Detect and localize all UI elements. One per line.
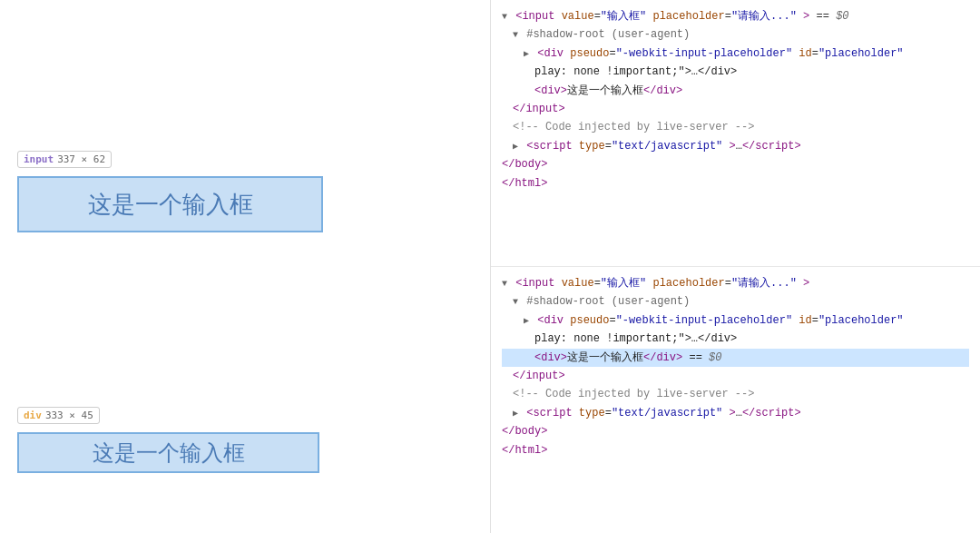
devtools-top-section: <input value="输入框" placeholder="请输入..." … bbox=[491, 0, 980, 267]
devtools-line: <!-- Code injected by live-server --> bbox=[502, 118, 969, 136]
input-box-text: 这是一个输入框 bbox=[88, 189, 253, 221]
devtools-line: </body> bbox=[502, 155, 969, 173]
div-tag-name: div bbox=[24, 410, 42, 421]
div-tag-badge: div 333 × 45 bbox=[17, 407, 100, 424]
devtools-line: </input> bbox=[502, 100, 969, 118]
div-element-box: 这是一个输入框 bbox=[17, 432, 319, 473]
devtools-line: </body> bbox=[502, 422, 969, 440]
devtools-line: <input value="输入框" placeholder="请输入..." … bbox=[502, 274, 969, 292]
devtools-line: play: none !important;">…</div> bbox=[502, 63, 969, 81]
devtools-line: <!-- Code injected by live-server --> bbox=[502, 385, 969, 403]
devtools-line: <script type="text/javascript" >…</scrip… bbox=[502, 137, 969, 155]
devtools-line: <script type="text/javascript" >…</scrip… bbox=[502, 404, 969, 422]
input-tag-badge: input 337 × 62 bbox=[17, 151, 112, 168]
devtools-line: <div>这是一个输入框</div> bbox=[502, 82, 969, 100]
input-element-box: 这是一个输入框 bbox=[17, 176, 323, 232]
devtools-panel: <input value="输入框" placeholder="请输入..." … bbox=[490, 0, 980, 533]
devtools-line: play: none !important;">…</div> bbox=[502, 330, 969, 348]
devtools-line: #shadow-root (user-agent) bbox=[502, 292, 969, 311]
div-box-text: 这是一个输入框 bbox=[93, 439, 245, 468]
devtools-line: #shadow-root (user-agent) bbox=[502, 25, 969, 44]
input-tag-size: 337 × 62 bbox=[57, 153, 105, 165]
devtools-line: <div pseudo="-webkit-input-placeholder" … bbox=[502, 44, 969, 63]
input-tag-name: input bbox=[24, 153, 54, 165]
devtools-line: </html> bbox=[502, 174, 969, 192]
devtools-bottom-section: <input value="输入框" placeholder="请输入..." … bbox=[491, 267, 980, 533]
devtools-line: <div pseudo="-webkit-input-placeholder" … bbox=[502, 311, 969, 330]
div-element-label: div 333 × 45 bbox=[17, 407, 100, 424]
devtools-line: </input> bbox=[502, 367, 969, 385]
devtools-line: </html> bbox=[502, 441, 969, 459]
devtools-highlighted-line: <div>这是一个输入框</div> == $0 bbox=[502, 349, 969, 367]
left-panel: input 337 × 62 这是一个输入框 div 333 × 45 这是一个… bbox=[0, 0, 490, 533]
div-tag-size: 333 × 45 bbox=[45, 410, 93, 421]
input-element-label: input 337 × 62 bbox=[17, 151, 112, 168]
devtools-line: <input value="输入框" placeholder="请输入..." … bbox=[502, 7, 969, 25]
